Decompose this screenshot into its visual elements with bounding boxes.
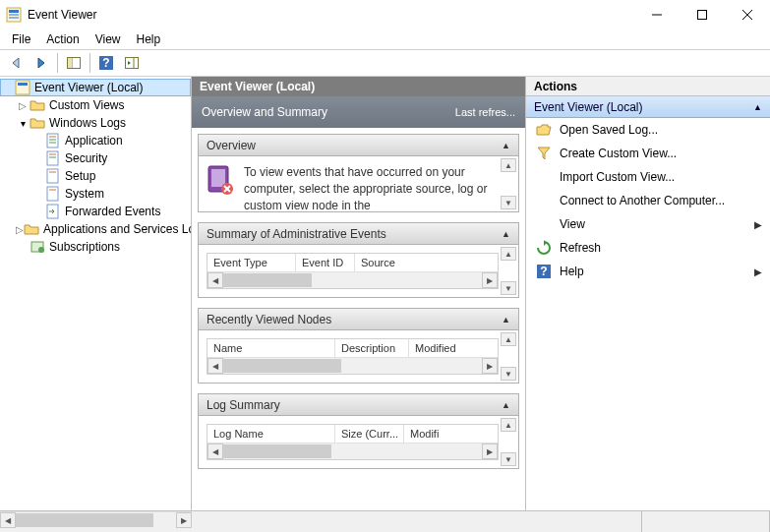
- action-import-custom-view[interactable]: Import Custom View...: [526, 165, 770, 189]
- scroll-left-icon[interactable]: ◀: [0, 512, 16, 528]
- summary-table[interactable]: Event Type Event ID Source ◀ ▶: [207, 253, 499, 289]
- menu-action[interactable]: Action: [38, 30, 87, 48]
- tree-label: Forwarded Events: [65, 205, 160, 218]
- log-icon: [45, 133, 61, 148]
- scroll-right-icon[interactable]: ▶: [482, 272, 498, 288]
- summary-header[interactable]: Summary of Administrative Events ▲: [199, 223, 518, 245]
- logsummary-header[interactable]: Log Summary ▲: [199, 394, 518, 416]
- tree-label: Subscriptions: [49, 240, 120, 254]
- tree-root[interactable]: Event Viewer (Local): [0, 79, 191, 96]
- scroll-right-icon[interactable]: ▶: [176, 512, 192, 528]
- scroll-down-icon[interactable]: ▼: [501, 196, 516, 209]
- col-modified[interactable]: Modifi: [404, 425, 498, 443]
- table-hscroll[interactable]: ◀ ▶: [207, 443, 498, 459]
- scroll-up-icon[interactable]: ▲: [501, 332, 516, 346]
- overview-scrollbar[interactable]: ▲ ▼: [501, 158, 516, 209]
- action-refresh[interactable]: Refresh: [526, 236, 770, 260]
- help-button[interactable]: ?: [94, 52, 118, 74]
- scroll-left-icon[interactable]: ◀: [207, 358, 223, 374]
- tree-label: Setup: [65, 169, 95, 183]
- expand-icon[interactable]: ▷: [16, 222, 24, 236]
- tree-app-services[interactable]: ▷ Applications and Services Lo: [0, 220, 191, 238]
- recent-scrollbar[interactable]: ▲ ▼: [501, 332, 516, 381]
- scroll-right-icon[interactable]: ▶: [482, 443, 498, 459]
- navigation-tree[interactable]: Event Viewer (Local) ▷ Custom Views ▾ Wi…: [0, 77, 192, 510]
- show-hide-action-button[interactable]: [120, 52, 144, 74]
- scroll-down-icon[interactable]: ▼: [501, 452, 516, 466]
- tree-custom-views[interactable]: ▷ Custom Views: [0, 96, 191, 114]
- scroll-right-icon[interactable]: ▶: [482, 358, 498, 374]
- actions-header: Actions: [526, 77, 770, 96]
- tree-windows-logs[interactable]: ▾ Windows Logs: [0, 114, 191, 132]
- menu-help[interactable]: Help: [129, 30, 169, 48]
- tree-subscriptions[interactable]: Subscriptions: [0, 238, 191, 256]
- actions-group-title: Event Viewer (Local): [534, 100, 643, 114]
- back-button[interactable]: [4, 52, 28, 74]
- blank-icon: [536, 169, 552, 185]
- close-button[interactable]: [725, 0, 770, 30]
- main-body: Event Viewer (Local) ▷ Custom Views ▾ Wi…: [0, 77, 770, 510]
- collapse-icon: ▲: [502, 400, 510, 410]
- col-name[interactable]: Name: [207, 339, 335, 357]
- status-bar: ◀ ▶: [0, 510, 770, 532]
- tree-hscroll[interactable]: ◀ ▶: [0, 511, 192, 527]
- expand-icon[interactable]: [1, 81, 15, 94]
- col-modified[interactable]: Modified: [409, 339, 498, 357]
- tree-label: Applications and Services Lo: [43, 222, 192, 236]
- table-hscroll[interactable]: ◀ ▶: [207, 358, 498, 374]
- scroll-down-icon[interactable]: ▼: [501, 367, 516, 381]
- folder-icon: [30, 97, 45, 113]
- subscriptions-icon: [30, 239, 45, 255]
- overview-header[interactable]: Overview ▲: [199, 135, 518, 156]
- table-hscroll[interactable]: ◀ ▶: [207, 272, 498, 288]
- tree-setup[interactable]: Setup: [0, 167, 191, 185]
- maximize-button[interactable]: [680, 0, 725, 30]
- expand-icon[interactable]: ▷: [16, 98, 30, 112]
- tree-system[interactable]: System: [0, 185, 191, 203]
- svg-rect-16: [18, 83, 28, 86]
- action-view[interactable]: View ▶: [526, 212, 770, 236]
- logsum-scrollbar[interactable]: ▲ ▼: [501, 418, 516, 466]
- recent-header[interactable]: Recently Viewed Nodes ▲: [199, 309, 518, 330]
- action-open-saved-log[interactable]: Open Saved Log...: [526, 118, 770, 142]
- action-connect-computer[interactable]: Connect to Another Computer...: [526, 189, 770, 212]
- col-event-id[interactable]: Event ID: [296, 254, 355, 271]
- center-scroll[interactable]: Overview ▲ To view events that have occu…: [192, 128, 525, 510]
- collapse-icon[interactable]: ▾: [16, 116, 30, 130]
- tree-label: Application: [65, 134, 123, 148]
- tree-forwarded[interactable]: Forwarded Events: [0, 203, 191, 220]
- scroll-left-icon[interactable]: ◀: [207, 443, 223, 459]
- tree-label: Event Viewer (Local): [34, 81, 144, 94]
- svg-point-30: [38, 247, 44, 253]
- tree-application[interactable]: Application: [0, 132, 191, 149]
- minimize-button[interactable]: [634, 0, 680, 30]
- scroll-left-icon[interactable]: ◀: [207, 272, 223, 288]
- folder-icon: [24, 221, 39, 237]
- scroll-up-icon[interactable]: ▲: [501, 418, 516, 432]
- forward-button[interactable]: [30, 52, 53, 74]
- logsummary-table[interactable]: Log Name Size (Curr... Modifi ◀ ▶: [207, 424, 499, 460]
- collapse-icon: ▲: [502, 315, 510, 325]
- action-help[interactable]: ? Help ▶: [526, 260, 770, 283]
- col-size[interactable]: Size (Curr...: [335, 425, 404, 443]
- blank-icon: [536, 216, 552, 232]
- summary-scrollbar[interactable]: ▲ ▼: [501, 247, 516, 295]
- log-icon: [45, 204, 61, 219]
- refresh-icon: [536, 240, 552, 256]
- svg-rect-26: [47, 187, 58, 201]
- scroll-down-icon[interactable]: ▼: [501, 281, 516, 295]
- col-log-name[interactable]: Log Name: [207, 425, 335, 443]
- show-hide-tree-button[interactable]: [62, 52, 86, 74]
- menu-file[interactable]: File: [4, 30, 38, 48]
- col-event-type[interactable]: Event Type: [207, 254, 296, 271]
- action-create-custom-view[interactable]: Create Custom View...: [526, 142, 770, 165]
- scroll-up-icon[interactable]: ▲: [501, 247, 516, 261]
- actions-group-header[interactable]: Event Viewer (Local) ▲: [526, 96, 770, 118]
- col-description[interactable]: Description: [335, 339, 409, 357]
- action-label: View: [560, 217, 585, 231]
- menu-view[interactable]: View: [88, 30, 129, 48]
- recent-table[interactable]: Name Description Modified ◀ ▶: [207, 338, 499, 375]
- col-source[interactable]: Source: [355, 254, 498, 271]
- scroll-up-icon[interactable]: ▲: [501, 158, 516, 172]
- tree-security[interactable]: Security: [0, 149, 191, 167]
